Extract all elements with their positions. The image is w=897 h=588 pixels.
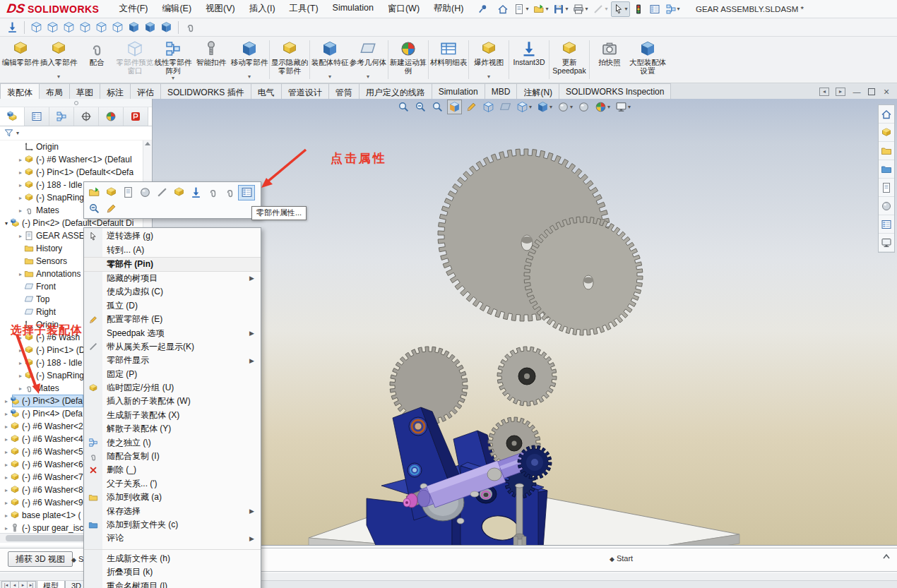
- open-drawing-button[interactable]: [119, 185, 136, 200]
- context-menu-item-26[interactable]: 重命名树项目 (l): [84, 579, 261, 588]
- context-menu-item-6[interactable]: 配置零部件 (E): [84, 313, 261, 326]
- context-menu-item-7[interactable]: Speedpak 选项▶: [84, 326, 261, 340]
- ribbon-button-1[interactable]: 插入零部件▾: [40, 38, 78, 81]
- context-menu-item-16[interactable]: 随配合复制 (I): [84, 450, 261, 463]
- context-menu-item-24[interactable]: 生成新文件夹 (h): [84, 552, 261, 565]
- assembly-3d-model[interactable]: [153, 99, 897, 546]
- performance-evaluation-button[interactable]: [631, 1, 646, 17]
- configurationmanager-tab-button[interactable]: [49, 107, 74, 126]
- ribbon-button-10[interactable]: 装配体特征▾: [311, 38, 349, 81]
- tab-nav-buttons[interactable]: |◂◂▸▸|: [1, 581, 35, 588]
- context-menu-item-13[interactable]: 生成新子装配体 (X): [84, 409, 261, 422]
- display-style-button[interactable]: ▾: [535, 100, 554, 114]
- apply-scene-button[interactable]: ▾: [593, 100, 612, 114]
- select-cursor-button[interactable]: ▾: [611, 1, 630, 17]
- command-tab-1[interactable]: 布局: [39, 83, 70, 99]
- expand-arrow-icon[interactable]: ▸: [3, 436, 10, 443]
- context-menu-item-4[interactable]: 使成为虚拟 (C): [84, 285, 261, 299]
- ribbon-button-21[interactable]: 更新 Speedpak: [550, 38, 588, 81]
- context-menu-item-25[interactable]: 折叠项目 (k): [84, 565, 261, 579]
- edit-component-button[interactable]: [102, 185, 119, 200]
- context-menu-item-1[interactable]: 转到... (A): [84, 243, 261, 256]
- expand-arrow-icon[interactable]: ▸: [3, 424, 10, 430]
- ribbon-button-4[interactable]: 线性零部件阵列▾: [154, 38, 192, 81]
- command-tab-6[interactable]: 电气: [251, 83, 282, 99]
- print-button[interactable]: ▾: [571, 1, 590, 17]
- expand-arrow-icon[interactable]: ▸: [17, 157, 24, 163]
- new-document-button[interactable]: ▾: [511, 1, 530, 17]
- view-cube-button[interactable]: [44, 20, 61, 35]
- expand-arrow-icon[interactable]: ▸: [3, 512, 10, 519]
- show-hidden-button[interactable]: [170, 185, 187, 200]
- expand-arrow-icon[interactable]: ▸: [3, 487, 10, 493]
- float-button[interactable]: [187, 185, 204, 200]
- pin-menu-icon[interactable]: [477, 4, 488, 14]
- configure-component-button[interactable]: [102, 201, 119, 217]
- undo-button[interactable]: ▾: [590, 1, 610, 17]
- edit-appearance-button[interactable]: [576, 100, 591, 114]
- expand-arrow-icon[interactable]: ▸: [17, 182, 24, 188]
- isometric-view-button[interactable]: [481, 100, 496, 114]
- view-orientation-button[interactable]: ▾: [515, 100, 533, 114]
- propertymanager-tab-button[interactable]: [25, 107, 49, 126]
- expand-arrow-icon[interactable]: ▾: [3, 220, 10, 227]
- view-cube-button[interactable]: [109, 20, 126, 35]
- panel-splitter[interactable]: [0, 99, 152, 107]
- menu-item-7[interactable]: 帮助(H): [427, 0, 470, 18]
- context-menu-item-15[interactable]: 使之独立 (\): [84, 436, 261, 449]
- displaymanager-tab-button[interactable]: [99, 107, 124, 126]
- view-cube-button[interactable]: [93, 20, 109, 35]
- previous-view-button[interactable]: [430, 100, 445, 114]
- ribbon-button-2[interactable]: 配合: [78, 38, 116, 81]
- menu-item-0[interactable]: 文件(F): [112, 0, 155, 18]
- minimize-button[interactable]: —: [852, 88, 862, 96]
- expand-arrow-icon[interactable]: ▸: [17, 347, 24, 354]
- view-cube-solid-button[interactable]: [158, 20, 174, 35]
- tree-item-0[interactable]: Origin: [0, 140, 152, 153]
- pane-collapse-left-button[interactable]: ◂: [819, 88, 829, 96]
- menu-item-5[interactable]: Simulation: [326, 0, 381, 18]
- command-tab-11[interactable]: MBD: [485, 83, 518, 99]
- context-menu-item-17[interactable]: 删除 (_): [84, 463, 261, 476]
- hide-component-button[interactable]: [153, 185, 170, 200]
- home-button[interactable]: [495, 1, 511, 17]
- expand-arrow-icon[interactable]: ▸: [17, 271, 24, 277]
- command-tab-9[interactable]: 用户定义的线路: [359, 83, 432, 99]
- ribbon-button-15[interactable]: 材料明细表: [429, 38, 468, 81]
- context-menu-item-0[interactable]: 逆转选择 (g): [84, 229, 261, 243]
- mate-paperclip-button[interactable]: [182, 20, 198, 35]
- ribbon-button-8[interactable]: 显示隐藏的零部件: [271, 38, 309, 81]
- expand-arrow-icon[interactable]: ▸: [3, 398, 10, 404]
- file-explorer-button[interactable]: [879, 160, 894, 179]
- command-tab-0[interactable]: 装配体: [0, 83, 40, 99]
- expand-arrow-icon[interactable]: ▸: [17, 385, 24, 392]
- ribbon-button-5[interactable]: 智能扣件: [192, 38, 230, 81]
- pane-collapse-right-button[interactable]: ▸: [836, 88, 845, 96]
- open-button[interactable]: ▾: [531, 1, 550, 17]
- document-tab-0[interactable]: 模型: [37, 581, 65, 588]
- context-menu-item-19[interactable]: 添加到收藏 (a): [84, 491, 261, 504]
- command-tab-4[interactable]: 评估: [130, 83, 161, 99]
- context-menu-item-3[interactable]: 隐藏的树项目▶: [84, 272, 261, 285]
- dimxpertmanager-tab-button[interactable]: [74, 107, 99, 126]
- solidworks-forum-button[interactable]: [879, 234, 894, 252]
- view-cube-solid-button[interactable]: [126, 20, 142, 35]
- view-cube-solid-button[interactable]: [142, 20, 158, 35]
- mate-button[interactable]: [204, 185, 221, 200]
- menu-item-1[interactable]: 编辑(E): [155, 0, 198, 18]
- tree-item-2[interactable]: ▸(-) Pin<1> (Default<<Defa: [0, 166, 152, 179]
- expand-arrow-icon[interactable]: ▸: [3, 474, 10, 481]
- display-pane-button[interactable]: [647, 1, 663, 17]
- ribbon-button-23[interactable]: 拍快照: [590, 38, 629, 81]
- menu-item-3[interactable]: 插入(I): [242, 0, 283, 18]
- expand-arrow-icon[interactable]: ▸: [3, 411, 10, 417]
- menu-item-4[interactable]: 工具(T): [283, 0, 326, 18]
- cam-tab-button[interactable]: [124, 107, 148, 126]
- view-cube-button[interactable]: [28, 20, 44, 35]
- section-view-button[interactable]: [447, 100, 462, 114]
- collapse-motionbar-icon[interactable]: [881, 552, 891, 562]
- graphics-viewport[interactable]: ▾▾▾▾▾: [153, 99, 897, 546]
- context-menu-item-12[interactable]: 插入新的子装配体 (W): [84, 395, 261, 408]
- command-tab-12[interactable]: 注解(N): [516, 83, 559, 99]
- command-tab-5[interactable]: SOLIDWORKS 插件: [160, 83, 251, 99]
